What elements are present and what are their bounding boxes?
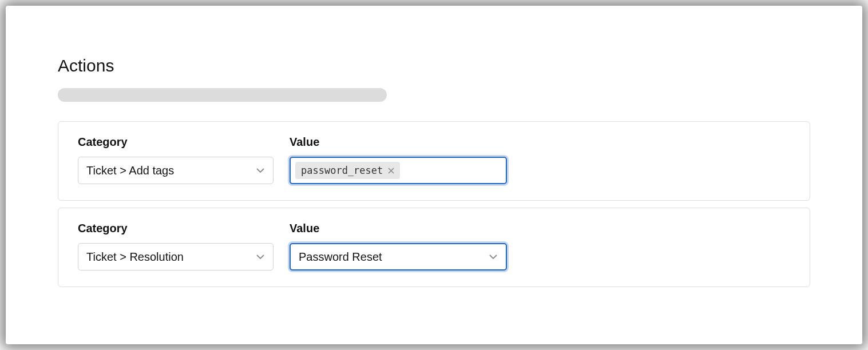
chevron-down-icon	[256, 166, 265, 175]
chevron-down-icon	[256, 252, 265, 261]
tag-chip: password_reset	[295, 162, 400, 179]
category-select-value: Ticket > Add tags	[86, 164, 174, 177]
category-select-value: Ticket > Resolution	[86, 250, 184, 264]
tag-text: password_reset	[301, 165, 383, 176]
tag-input[interactable]: password_reset	[290, 157, 507, 184]
value-label: Value	[290, 222, 507, 235]
action-row: Category Ticket > Add tags Value passwor…	[58, 121, 810, 201]
value-select-value: Password Reset	[299, 250, 382, 264]
category-select[interactable]: Ticket > Add tags	[78, 157, 274, 184]
description-placeholder	[58, 88, 387, 102]
tag-remove-button[interactable]	[386, 166, 395, 175]
category-field-group: Category Ticket > Resolution	[78, 222, 274, 271]
value-label: Value	[290, 136, 507, 149]
value-field-group: Value password_reset	[290, 136, 507, 184]
category-field-group: Category Ticket > Add tags	[78, 136, 274, 184]
value-field-group: Value Password Reset	[290, 222, 507, 271]
category-label: Category	[78, 222, 274, 235]
chevron-down-icon	[489, 252, 498, 261]
category-label: Category	[78, 136, 274, 149]
action-row: Category Ticket > Resolution Value Passw…	[58, 208, 810, 287]
section-title: Actions	[58, 56, 810, 75]
value-select[interactable]: Password Reset	[290, 243, 507, 271]
category-select[interactable]: Ticket > Resolution	[78, 243, 274, 271]
